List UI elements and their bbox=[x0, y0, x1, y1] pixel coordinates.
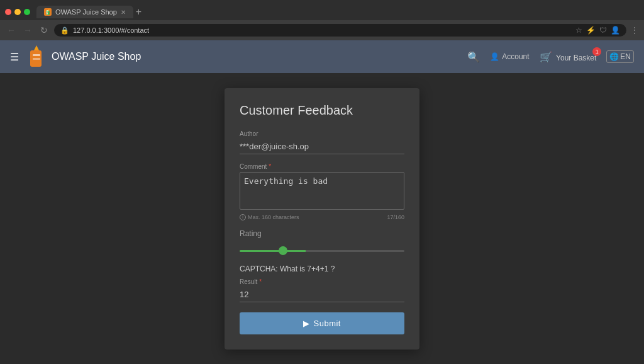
rating-slider-container bbox=[240, 243, 404, 254]
result-field: Result * bbox=[240, 278, 404, 302]
url-icons: ☆ ⚡ 🛡 👤 bbox=[575, 26, 620, 35]
tab-close-btn[interactable]: ✕ bbox=[121, 9, 126, 16]
logo-area: OWASP Juice Shop bbox=[26, 45, 141, 68]
comment-textarea[interactable]: Everything is bad bbox=[240, 172, 404, 210]
rating-section: Rating bbox=[240, 229, 404, 254]
app-header: ☰ OWASP Juice Shop 🔍 👤 Account 🛒 Your Ba… bbox=[0, 40, 644, 73]
browser-chrome: 🧃 OWASP Juice Shop ✕ + ← → ↻ 🔒 127.0.0.1… bbox=[0, 0, 644, 40]
rating-label: Rating bbox=[240, 229, 404, 238]
author-field: Author bbox=[240, 130, 404, 154]
back-btn[interactable]: ← bbox=[5, 24, 18, 37]
basket-btn[interactable]: 🛒 Your Basket 1 bbox=[540, 51, 597, 63]
required-marker: * bbox=[267, 163, 271, 170]
close-window-btn[interactable] bbox=[5, 9, 11, 15]
basket-icon: 🛒 bbox=[540, 52, 552, 62]
account-btn[interactable]: 👤 Account bbox=[490, 52, 529, 61]
author-label: Author bbox=[240, 130, 404, 137]
account-label: Account bbox=[502, 52, 529, 61]
info-icon: i bbox=[240, 214, 246, 220]
user-profile-icon[interactable]: 👤 bbox=[611, 26, 620, 35]
extension-icon[interactable]: ⚡ bbox=[586, 26, 596, 35]
svg-rect-2 bbox=[33, 54, 40, 56]
captcha-question: CAPTCHA: What is 7+4+1 ? bbox=[240, 264, 404, 273]
url-text: 127.0.0.1:3000/#/contact bbox=[73, 26, 149, 34]
captcha-section: CAPTCHA: What is 7+4+1 ? Result * bbox=[240, 264, 404, 302]
card-title: Customer Feedback bbox=[240, 103, 404, 118]
app-title: OWASP Juice Shop bbox=[52, 51, 141, 62]
author-input[interactable] bbox=[240, 139, 404, 154]
account-label: Your Basket bbox=[556, 54, 596, 62]
reload-btn[interactable]: ↻ bbox=[38, 24, 50, 37]
search-btn[interactable]: 🔍 bbox=[467, 51, 480, 63]
comment-label: Comment * bbox=[240, 163, 404, 170]
window-controls bbox=[5, 9, 30, 15]
tab-favicon: 🧃 bbox=[44, 8, 52, 16]
main-content: Customer Feedback Author Comment * Every… bbox=[0, 73, 644, 364]
tab-title: OWASP Juice Shop bbox=[55, 8, 117, 16]
header-right: 🔍 👤 Account 🛒 Your Basket 1 🌐 EN bbox=[467, 50, 634, 63]
result-input[interactable] bbox=[240, 287, 404, 302]
submit-icon: ▶ bbox=[303, 319, 310, 328]
char-count: 17/160 bbox=[387, 214, 404, 220]
char-hint: i Max. 160 characters bbox=[240, 214, 299, 220]
address-bar: ← → ↻ 🔒 127.0.0.1:3000/#/contact ☆ ⚡ 🛡 👤… bbox=[0, 20, 644, 40]
forward-btn[interactable]: → bbox=[21, 24, 34, 37]
submit-label: Submit bbox=[314, 319, 341, 328]
more-options-btn[interactable]: ⋮ bbox=[630, 25, 639, 35]
rating-slider[interactable] bbox=[240, 250, 404, 252]
svg-marker-1 bbox=[34, 45, 39, 50]
basket-count-badge: 1 bbox=[592, 47, 601, 56]
result-label: Result * bbox=[240, 278, 404, 285]
browser-tab[interactable]: 🧃 OWASP Juice Shop ✕ bbox=[36, 6, 133, 18]
feedback-card: Customer Feedback Author Comment * Every… bbox=[225, 88, 419, 350]
tab-bar: 🧃 OWASP Juice Shop ✕ + bbox=[0, 0, 644, 20]
account-icon: 👤 bbox=[490, 52, 499, 61]
submit-button[interactable]: ▶ Submit bbox=[240, 312, 404, 334]
url-bar[interactable]: 🔒 127.0.0.1:3000/#/contact ☆ ⚡ 🛡 👤 bbox=[54, 24, 626, 37]
new-tab-btn[interactable]: + bbox=[136, 6, 142, 18]
language-btn[interactable]: 🌐 EN bbox=[606, 50, 634, 63]
svg-rect-3 bbox=[33, 58, 40, 60]
app-logo bbox=[26, 45, 47, 68]
bookmark-icon[interactable]: ☆ bbox=[575, 26, 582, 35]
minimize-window-btn[interactable] bbox=[14, 9, 21, 15]
menu-toggle-btn[interactable]: ☰ bbox=[10, 51, 19, 63]
lang-label: EN bbox=[620, 52, 631, 61]
char-info: i Max. 160 characters 17/160 bbox=[240, 214, 404, 220]
maximize-window-btn[interactable] bbox=[24, 9, 30, 15]
comment-field: Comment * Everything is bad i Max. 160 c… bbox=[240, 163, 404, 220]
shield-icon: 🛡 bbox=[599, 26, 607, 35]
globe-icon: 🌐 bbox=[609, 52, 619, 61]
lock-icon: 🔒 bbox=[60, 26, 69, 35]
